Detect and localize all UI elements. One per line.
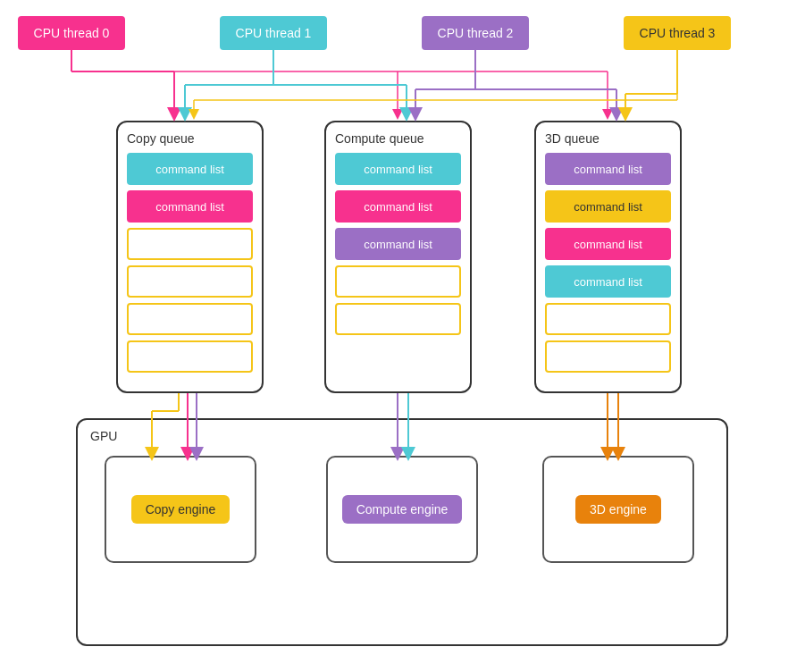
3d-queue-title: 3D queue <box>545 131 671 146</box>
gpu-box: GPU Copy engine Compute engine 3D engine <box>76 418 728 646</box>
cpu-thread-3: CPU thread 3 <box>624 16 731 50</box>
cmd-compute-3: command list <box>335 228 461 260</box>
cmd-copy-2: command list <box>127 190 253 223</box>
copy-engine-label: Copy engine <box>131 495 231 524</box>
compute-queue-title: Compute queue <box>335 131 461 146</box>
3d-engine-box: 3D engine <box>542 456 694 563</box>
cmd-copy-1: command list <box>127 153 253 185</box>
cmd-3d-1: command list <box>545 153 671 185</box>
cmd-copy-3 <box>127 228 253 260</box>
diagram: CPU thread 0 CPU thread 1 CPU thread 2 C… <box>0 0 805 672</box>
cmd-3d-6 <box>545 340 671 373</box>
cmd-3d-5 <box>545 303 671 335</box>
cpu-thread-0: CPU thread 0 <box>18 16 125 50</box>
cmd-3d-3: command list <box>545 228 671 260</box>
compute-engine-box: Compute engine <box>326 456 478 563</box>
copy-queue-title: Copy queue <box>127 131 253 146</box>
cmd-compute-5 <box>335 303 461 335</box>
cmd-compute-2: command list <box>335 190 461 223</box>
cmd-copy-6 <box>127 340 253 373</box>
cmd-3d-2: command list <box>545 190 671 223</box>
compute-engine-label: Compute engine <box>342 495 463 524</box>
cmd-compute-4 <box>335 265 461 298</box>
cmd-3d-4: command list <box>545 265 671 298</box>
cmd-compute-1: command list <box>335 153 461 185</box>
gpu-label: GPU <box>90 429 117 443</box>
cmd-copy-4 <box>127 265 253 298</box>
cpu-thread-1: CPU thread 1 <box>220 16 327 50</box>
copy-queue: Copy queue command list command list <box>116 121 264 393</box>
copy-engine-box: Copy engine <box>105 456 256 563</box>
cmd-copy-5 <box>127 303 253 335</box>
3d-engine-label: 3D engine <box>575 495 661 524</box>
3d-queue: 3D queue command list command list comma… <box>534 121 682 393</box>
compute-queue: Compute queue command list command list … <box>324 121 472 393</box>
cpu-thread-2: CPU thread 2 <box>422 16 529 50</box>
